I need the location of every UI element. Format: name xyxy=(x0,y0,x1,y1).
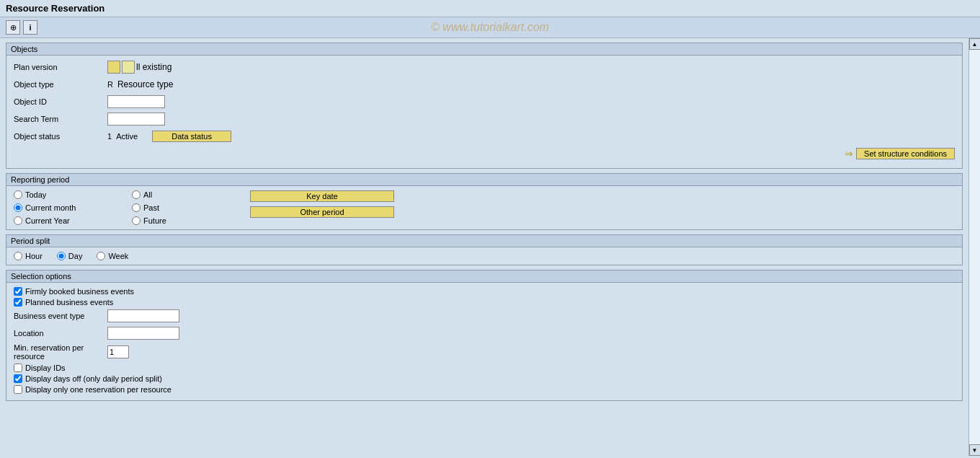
plan-version-label: Plan version xyxy=(14,63,107,71)
main-content: Objects Plan version ll existing Object … xyxy=(0,38,980,456)
checkbox-planned: Planned business events xyxy=(14,298,955,307)
checkbox-display-days-off: Display days off (only daily period spli… xyxy=(14,374,955,383)
objects-panel-body: Plan version ll existing Object type R R… xyxy=(6,56,962,168)
business-event-type-input[interactable] xyxy=(107,309,179,322)
info-icon[interactable]: i xyxy=(23,20,37,35)
object-id-label: Object ID xyxy=(14,97,107,106)
selection-options-body: Firmly booked business events Planned bu… xyxy=(6,283,962,400)
radio-week-label: Week xyxy=(108,252,128,260)
page-title: Resource Reservation xyxy=(6,3,104,14)
scroll-down-button[interactable]: ▼ xyxy=(969,444,981,456)
radio-all-input[interactable] xyxy=(132,190,141,199)
reporting-right-col: Key date Other period xyxy=(250,190,394,218)
checkbox-planned-label: Planned business events xyxy=(25,298,113,307)
radio-current-month: Current month xyxy=(14,203,129,212)
reporting-middle-col: All Past Future xyxy=(132,190,247,225)
radio-hour-input[interactable] xyxy=(14,252,22,260)
key-date-button[interactable]: Key date xyxy=(250,190,394,202)
radio-current-year-label: Current Year xyxy=(25,216,70,225)
radio-all: All xyxy=(132,190,247,199)
radio-hour-label: Hour xyxy=(25,252,43,260)
object-status-label: Object status xyxy=(14,132,107,141)
radio-future: Future xyxy=(132,216,247,225)
radio-current-year-input[interactable] xyxy=(14,216,22,225)
checkbox-display-ids-input[interactable] xyxy=(14,364,22,372)
search-term-input[interactable] xyxy=(107,113,165,125)
arrow-icon: ⇒ xyxy=(845,148,853,159)
radio-past-input[interactable] xyxy=(132,203,141,212)
content-area: Objects Plan version ll existing Object … xyxy=(0,38,968,456)
search-term-row: Search Term xyxy=(14,112,955,126)
title-bar: Resource Reservation xyxy=(0,0,980,17)
radio-current-month-input[interactable] xyxy=(14,203,22,212)
selection-options-header: Selection options xyxy=(6,270,962,283)
scrollbar: ▲ ▼ xyxy=(968,38,980,456)
period-split-row: Hour Day Week xyxy=(14,252,955,260)
min-reservation-label: Min. reservation per resource xyxy=(14,343,107,361)
radio-current-year: Current Year xyxy=(14,216,129,225)
checkbox-display-one-reservation: Display only one reservation per resourc… xyxy=(14,385,955,394)
object-type-value: Resource type xyxy=(117,79,173,89)
object-status-value: Active xyxy=(116,132,138,141)
radio-week-input[interactable] xyxy=(97,252,105,260)
watermark: © www.tutorialkart.com xyxy=(431,21,549,34)
min-reservation-row: Min. reservation per resource xyxy=(14,343,955,361)
radio-today-label: Today xyxy=(25,190,46,199)
toolbar: ⊕ i © www.tutorialkart.com xyxy=(0,17,980,38)
checkbox-display-one-reservation-label: Display only one reservation per resourc… xyxy=(25,385,172,394)
checkbox-firmly-booked-input[interactable] xyxy=(14,287,22,296)
reporting-left-col: Today Current month Current Year xyxy=(14,190,129,225)
radio-day-input[interactable] xyxy=(57,252,66,260)
reporting-period-body: Today Current month Current Year xyxy=(6,186,962,229)
min-reservation-input[interactable] xyxy=(107,345,129,358)
object-status-row: Object status 1 Active Data status xyxy=(14,129,955,144)
selection-options-panel: Selection options Firmly booked business… xyxy=(6,270,963,401)
radio-current-month-label: Current month xyxy=(25,203,76,212)
object-type-label: Object type xyxy=(14,80,107,89)
radio-all-label: All xyxy=(143,190,152,199)
checkbox-display-days-off-input[interactable] xyxy=(14,374,22,383)
radio-day: Day xyxy=(57,252,83,260)
radio-today: Today xyxy=(14,190,129,199)
plan-version-area: ll existing xyxy=(107,61,172,74)
objects-panel-header: Objects xyxy=(6,43,962,56)
reporting-period-panel: Reporting period Today Current month xyxy=(6,173,963,230)
set-structure-row: ⇒ Set structure conditions xyxy=(14,146,955,161)
reporting-grid: Today Current month Current Year xyxy=(14,190,955,225)
object-type-code: R xyxy=(107,80,113,89)
objects-panel: Objects Plan version ll existing Object … xyxy=(6,43,963,169)
radio-past-label: Past xyxy=(143,203,159,212)
plan-version-value: ll existing xyxy=(136,62,172,72)
plan-version-row: Plan version ll existing xyxy=(14,60,955,74)
period-split-header: Period split xyxy=(6,235,962,247)
scrollbar-track[interactable] xyxy=(969,50,981,444)
object-id-input[interactable] xyxy=(107,95,165,108)
plan-version-box1[interactable] xyxy=(107,61,120,74)
checkbox-display-ids: Display IDs xyxy=(14,364,955,372)
object-id-row: Object ID xyxy=(14,94,955,109)
period-split-body: Hour Day Week xyxy=(6,247,962,265)
scroll-up-button[interactable]: ▲ xyxy=(969,38,981,50)
business-event-type-label: Business event type xyxy=(14,312,107,320)
period-split-panel: Period split Hour Day Week xyxy=(6,234,963,265)
navigate-icon[interactable]: ⊕ xyxy=(6,20,20,35)
checkbox-firmly-booked: Firmly booked business events xyxy=(14,287,955,296)
radio-today-input[interactable] xyxy=(14,190,22,199)
object-type-row: Object type R Resource type xyxy=(14,77,955,92)
checkbox-display-ids-label: Display IDs xyxy=(25,364,66,372)
other-period-button[interactable]: Other period xyxy=(250,206,394,218)
location-input[interactable] xyxy=(107,327,179,340)
plan-version-box2[interactable] xyxy=(122,61,135,74)
checkbox-display-one-reservation-input[interactable] xyxy=(14,385,22,394)
radio-hour: Hour xyxy=(14,252,43,260)
location-row: Location xyxy=(14,326,955,340)
object-status-code: 1 xyxy=(107,132,112,141)
checkbox-planned-input[interactable] xyxy=(14,298,22,307)
location-label: Location xyxy=(14,329,107,338)
set-structure-button[interactable]: Set structure conditions xyxy=(856,148,955,159)
data-status-button[interactable]: Data status xyxy=(152,131,231,142)
radio-future-label: Future xyxy=(143,216,166,225)
radio-future-input[interactable] xyxy=(132,216,141,225)
radio-week: Week xyxy=(97,252,128,260)
checkbox-firmly-booked-label: Firmly booked business events xyxy=(25,287,134,296)
